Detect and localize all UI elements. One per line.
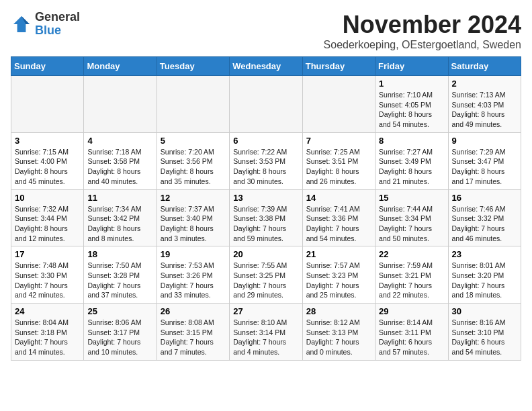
- day-number: 22: [379, 249, 444, 259]
- weekday-header-row: SundayMondayTuesdayWednesdayThursdayFrid…: [11, 57, 521, 76]
- day-info: Sunrise: 7:22 AM Sunset: 3:53 PM Dayligh…: [233, 147, 298, 187]
- day-number: 10: [15, 193, 80, 203]
- calendar-week-5: 24Sunrise: 8:04 AM Sunset: 3:18 PM Dayli…: [11, 304, 521, 361]
- calendar-cell: 11Sunrise: 7:34 AM Sunset: 3:42 PM Dayli…: [84, 189, 157, 246]
- weekday-header-sunday: Sunday: [11, 57, 84, 76]
- day-number: 30: [452, 306, 517, 316]
- calendar-cell: 5Sunrise: 7:20 AM Sunset: 3:56 PM Daylig…: [157, 132, 229, 189]
- calendar-cell: 17Sunrise: 7:48 AM Sunset: 3:30 PM Dayli…: [11, 246, 84, 304]
- day-info: Sunrise: 7:44 AM Sunset: 3:34 PM Dayligh…: [379, 204, 444, 244]
- day-number: 25: [87, 306, 152, 316]
- calendar-cell: 30Sunrise: 8:16 AM Sunset: 3:10 PM Dayli…: [448, 304, 521, 361]
- day-info: Sunrise: 8:01 AM Sunset: 3:20 PM Dayligh…: [452, 261, 517, 300]
- day-info: Sunrise: 7:34 AM Sunset: 3:42 PM Dayligh…: [87, 204, 152, 244]
- day-number: 23: [452, 249, 517, 259]
- month-title: November 2024: [324, 11, 521, 39]
- day-info: Sunrise: 8:06 AM Sunset: 3:17 PM Dayligh…: [87, 318, 152, 357]
- day-info: Sunrise: 7:41 AM Sunset: 3:36 PM Dayligh…: [306, 204, 371, 244]
- day-number: 14: [306, 193, 371, 203]
- calendar-week-4: 17Sunrise: 7:48 AM Sunset: 3:30 PM Dayli…: [11, 246, 521, 304]
- day-info: Sunrise: 7:29 AM Sunset: 3:47 PM Dayligh…: [452, 147, 517, 187]
- calendar: SundayMondayTuesdayWednesdayThursdayFrid…: [11, 56, 521, 361]
- calendar-cell: 6Sunrise: 7:22 AM Sunset: 3:53 PM Daylig…: [230, 132, 302, 189]
- calendar-week-1: 1Sunrise: 7:10 AM Sunset: 4:05 PM Daylig…: [11, 76, 521, 133]
- day-info: Sunrise: 7:32 AM Sunset: 3:44 PM Dayligh…: [15, 204, 80, 244]
- calendar-cell: 14Sunrise: 7:41 AM Sunset: 3:36 PM Dayli…: [302, 189, 375, 246]
- calendar-cell: 22Sunrise: 7:59 AM Sunset: 3:21 PM Dayli…: [375, 246, 448, 304]
- weekday-header-saturday: Saturday: [448, 57, 521, 76]
- day-number: 29: [379, 306, 444, 316]
- calendar-cell: 2Sunrise: 7:13 AM Sunset: 4:03 PM Daylig…: [448, 76, 521, 133]
- day-number: 1: [379, 79, 444, 89]
- day-number: 8: [379, 136, 444, 146]
- calendar-cell: [302, 76, 375, 133]
- day-number: 7: [306, 136, 371, 146]
- day-info: Sunrise: 7:39 AM Sunset: 3:38 PM Dayligh…: [233, 204, 298, 244]
- weekday-header-monday: Monday: [84, 57, 157, 76]
- logo: General Blue: [11, 11, 80, 38]
- calendar-cell: 10Sunrise: 7:32 AM Sunset: 3:44 PM Dayli…: [11, 189, 84, 246]
- calendar-cell: 26Sunrise: 8:08 AM Sunset: 3:15 PM Dayli…: [157, 304, 229, 361]
- day-number: 26: [161, 306, 226, 316]
- day-number: 3: [15, 136, 80, 146]
- day-number: 19: [161, 249, 226, 259]
- day-info: Sunrise: 7:48 AM Sunset: 3:30 PM Dayligh…: [15, 261, 80, 300]
- calendar-cell: 3Sunrise: 7:15 AM Sunset: 4:00 PM Daylig…: [11, 132, 84, 189]
- calendar-cell: 28Sunrise: 8:12 AM Sunset: 3:13 PM Dayli…: [302, 304, 375, 361]
- calendar-cell: 27Sunrise: 8:10 AM Sunset: 3:14 PM Dayli…: [230, 304, 302, 361]
- day-number: 16: [452, 193, 517, 203]
- logo-icon: [11, 13, 32, 35]
- day-number: 2: [452, 79, 517, 89]
- day-info: Sunrise: 7:55 AM Sunset: 3:25 PM Dayligh…: [233, 261, 298, 300]
- day-number: 27: [233, 306, 298, 316]
- calendar-week-3: 10Sunrise: 7:32 AM Sunset: 3:44 PM Dayli…: [11, 189, 521, 246]
- calendar-week-2: 3Sunrise: 7:15 AM Sunset: 4:00 PM Daylig…: [11, 132, 521, 189]
- calendar-cell: 1Sunrise: 7:10 AM Sunset: 4:05 PM Daylig…: [375, 76, 448, 133]
- calendar-cell: [157, 76, 229, 133]
- day-info: Sunrise: 7:13 AM Sunset: 4:03 PM Dayligh…: [452, 90, 517, 130]
- calendar-cell: 8Sunrise: 7:27 AM Sunset: 3:49 PM Daylig…: [375, 132, 448, 189]
- day-number: 24: [15, 306, 80, 316]
- calendar-header: SundayMondayTuesdayWednesdayThursdayFrid…: [11, 57, 521, 76]
- calendar-cell: 9Sunrise: 7:29 AM Sunset: 3:47 PM Daylig…: [448, 132, 521, 189]
- day-info: Sunrise: 7:18 AM Sunset: 3:58 PM Dayligh…: [87, 147, 152, 187]
- calendar-cell: 12Sunrise: 7:37 AM Sunset: 3:40 PM Dayli…: [157, 189, 229, 246]
- calendar-cell: [84, 76, 157, 133]
- calendar-body: 1Sunrise: 7:10 AM Sunset: 4:05 PM Daylig…: [11, 76, 521, 361]
- day-info: Sunrise: 7:37 AM Sunset: 3:40 PM Dayligh…: [161, 204, 226, 244]
- weekday-header-wednesday: Wednesday: [230, 57, 302, 76]
- calendar-cell: 7Sunrise: 7:25 AM Sunset: 3:51 PM Daylig…: [302, 132, 375, 189]
- day-number: 21: [306, 249, 371, 259]
- day-info: Sunrise: 8:16 AM Sunset: 3:10 PM Dayligh…: [452, 318, 517, 357]
- calendar-cell: 20Sunrise: 7:55 AM Sunset: 3:25 PM Dayli…: [230, 246, 302, 304]
- calendar-cell: 24Sunrise: 8:04 AM Sunset: 3:18 PM Dayli…: [11, 304, 84, 361]
- calendar-cell: [230, 76, 302, 133]
- day-info: Sunrise: 7:27 AM Sunset: 3:49 PM Dayligh…: [379, 147, 444, 187]
- title-area: November 2024 Soederkoeping, OEstergoetl…: [324, 11, 521, 51]
- day-info: Sunrise: 7:25 AM Sunset: 3:51 PM Dayligh…: [306, 147, 371, 187]
- day-info: Sunrise: 7:20 AM Sunset: 3:56 PM Dayligh…: [161, 147, 226, 187]
- day-number: 5: [161, 136, 226, 146]
- day-number: 15: [379, 193, 444, 203]
- calendar-cell: 19Sunrise: 7:53 AM Sunset: 3:26 PM Dayli…: [157, 246, 229, 304]
- calendar-cell: 29Sunrise: 8:14 AM Sunset: 3:11 PM Dayli…: [375, 304, 448, 361]
- calendar-cell: 4Sunrise: 7:18 AM Sunset: 3:58 PM Daylig…: [84, 132, 157, 189]
- calendar-cell: 18Sunrise: 7:50 AM Sunset: 3:28 PM Dayli…: [84, 246, 157, 304]
- weekday-header-tuesday: Tuesday: [157, 57, 229, 76]
- day-info: Sunrise: 7:46 AM Sunset: 3:32 PM Dayligh…: [452, 204, 517, 244]
- day-info: Sunrise: 8:14 AM Sunset: 3:11 PM Dayligh…: [379, 318, 444, 357]
- day-info: Sunrise: 8:12 AM Sunset: 3:13 PM Dayligh…: [306, 318, 371, 357]
- day-number: 20: [233, 249, 298, 259]
- calendar-cell: 25Sunrise: 8:06 AM Sunset: 3:17 PM Dayli…: [84, 304, 157, 361]
- day-info: Sunrise: 7:50 AM Sunset: 3:28 PM Dayligh…: [87, 261, 152, 300]
- day-info: Sunrise: 8:04 AM Sunset: 3:18 PM Dayligh…: [15, 318, 80, 357]
- calendar-cell: 21Sunrise: 7:57 AM Sunset: 3:23 PM Dayli…: [302, 246, 375, 304]
- day-number: 18: [87, 249, 152, 259]
- calendar-cell: [11, 76, 84, 133]
- day-info: Sunrise: 7:15 AM Sunset: 4:00 PM Dayligh…: [15, 147, 80, 187]
- calendar-cell: 13Sunrise: 7:39 AM Sunset: 3:38 PM Dayli…: [230, 189, 302, 246]
- day-info: Sunrise: 7:59 AM Sunset: 3:21 PM Dayligh…: [379, 261, 444, 300]
- calendar-cell: 16Sunrise: 7:46 AM Sunset: 3:32 PM Dayli…: [448, 189, 521, 246]
- weekday-header-friday: Friday: [375, 57, 448, 76]
- day-number: 28: [306, 306, 371, 316]
